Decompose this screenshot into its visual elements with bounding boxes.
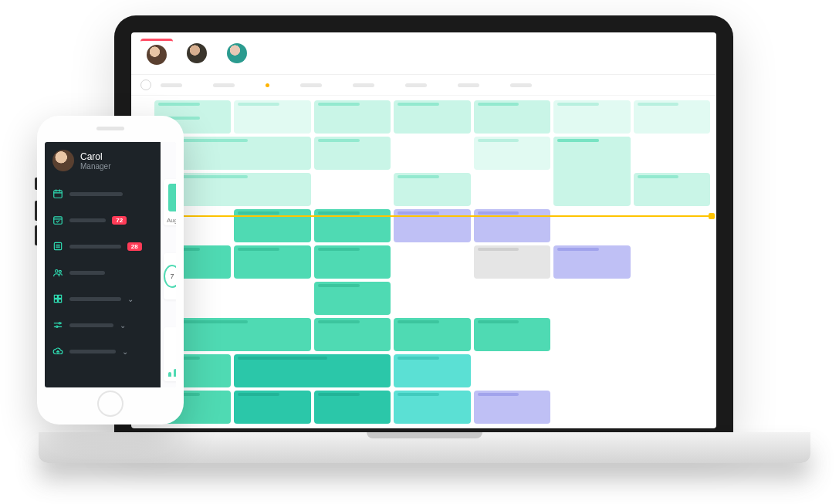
count-badge: 28 [127, 242, 142, 251]
nav-label-placeholder [69, 271, 105, 275]
calendar-event[interactable] [394, 318, 470, 351]
user-tab-bar [131, 32, 716, 75]
phone-volume-down [35, 225, 37, 245]
user-tab-2[interactable] [181, 39, 213, 68]
event-title-placeholder [398, 320, 439, 323]
calendar-event[interactable] [553, 245, 630, 279]
progress-card[interactable]: 7 [164, 253, 176, 299]
calendar-event[interactable] [234, 209, 310, 242]
sidebar: Carol Manager 72 28 ⌄ ⌄ ⌄ [45, 142, 161, 387]
event-title-placeholder [318, 139, 360, 142]
sidebar-item-sliders[interactable]: ⌄ [45, 312, 161, 338]
calendar-card[interactable]: Aug [164, 179, 176, 225]
calendar-event[interactable] [634, 100, 710, 134]
calendar-event[interactable] [394, 100, 470, 134]
calendar-event[interactable] [474, 245, 550, 279]
profile-name: Carol [80, 151, 110, 162]
count-badge: 72 [112, 216, 127, 225]
scheduler-app [131, 32, 716, 428]
nav-label-placeholder [69, 218, 106, 222]
calendar-event[interactable] [314, 282, 391, 315]
event-title-placeholder [238, 393, 279, 396]
sliders-icon [52, 320, 63, 330]
calendar-event[interactable] [314, 137, 391, 170]
day-header-row [131, 75, 716, 96]
event-title-placeholder [478, 211, 519, 215]
progress-ring-icon: 7 [164, 265, 176, 288]
event-title-placeholder [318, 284, 360, 287]
day-col-label [213, 83, 235, 87]
svg-rect-6 [59, 295, 62, 298]
calendar-event[interactable] [234, 391, 310, 424]
svg-rect-1 [54, 217, 63, 224]
calendar-event[interactable] [394, 354, 470, 387]
day-col-label [353, 83, 374, 87]
calendar-event[interactable] [394, 209, 470, 242]
phone-volume-up [35, 201, 37, 221]
calendar-event[interactable] [234, 245, 310, 279]
day-col-label [458, 83, 479, 87]
calendar-event[interactable] [314, 100, 391, 134]
calendar-event[interactable] [314, 391, 391, 424]
day-col-label [300, 83, 322, 87]
sidebar-item-cloud-upload[interactable]: ⌄ [45, 338, 161, 364]
calendar-event[interactable] [314, 318, 391, 351]
user-tab-3[interactable] [221, 39, 253, 68]
user-tab-1[interactable] [140, 39, 173, 68]
now-indicator-handle[interactable] [709, 213, 715, 219]
day-col-label [405, 83, 427, 87]
event-title-placeholder [638, 175, 679, 178]
calendar-event[interactable] [474, 391, 550, 424]
chevron-down-icon: ⌄ [127, 295, 134, 303]
event-title-placeholder [638, 103, 679, 106]
calendar-event[interactable] [234, 354, 391, 387]
calendar-grid[interactable] [131, 96, 716, 428]
calendar-event[interactable] [474, 100, 550, 134]
event-title-placeholder [238, 211, 279, 215]
sidebar-item-calendar[interactable] [45, 181, 161, 207]
phone-mute-switch [35, 178, 37, 190]
svg-rect-7 [54, 299, 57, 303]
calendar-event[interactable] [553, 100, 630, 134]
nav-label-placeholder [69, 350, 116, 353]
calendar-event[interactable] [474, 318, 550, 351]
today-dot-icon [266, 83, 269, 87]
cloud-upload-icon [52, 346, 63, 357]
calendar-event[interactable] [474, 209, 550, 242]
event-title-placeholder [478, 139, 519, 142]
calendar-event[interactable] [314, 245, 391, 279]
calendar-event[interactable] [314, 209, 391, 242]
event-title-placeholder [318, 211, 360, 215]
event-title-placeholder [398, 175, 439, 178]
calendar-event[interactable] [234, 100, 310, 134]
check-calendar-icon [52, 215, 63, 225]
calendar-event[interactable] [394, 391, 470, 424]
sidebar-item-grid[interactable]: ⌄ [45, 286, 161, 312]
ring-value: 7 [170, 272, 174, 280]
chevron-down-icon: ⌄ [122, 347, 128, 356]
day-col-label [161, 83, 182, 87]
calendar-event[interactable] [474, 137, 550, 170]
profile-header[interactable]: Carol Manager [45, 142, 161, 181]
sidebar-item-users[interactable] [45, 259, 161, 286]
chart-card[interactable] [164, 327, 176, 381]
trackpad-notch [367, 432, 482, 438]
avatar-icon [52, 150, 74, 171]
event-title-placeholder [557, 139, 599, 142]
event-title-placeholder [557, 248, 599, 251]
event-title-placeholder [318, 103, 360, 106]
sidebar-item-check-calendar[interactable]: 72 [45, 207, 161, 233]
calendar-icon [52, 188, 63, 199]
calendar-event[interactable] [553, 137, 630, 206]
laptop-base [39, 432, 810, 463]
event-title-placeholder [318, 393, 360, 396]
calendar-event[interactable] [634, 173, 710, 206]
svg-point-10 [56, 326, 58, 327]
sidebar-item-list[interactable]: 28 [45, 233, 161, 259]
event-title-placeholder [398, 357, 439, 360]
event-title-placeholder [478, 320, 519, 323]
chart-bar [168, 372, 171, 377]
chart-bar [174, 369, 176, 377]
svg-point-4 [59, 270, 61, 272]
calendar-event[interactable] [394, 173, 470, 206]
